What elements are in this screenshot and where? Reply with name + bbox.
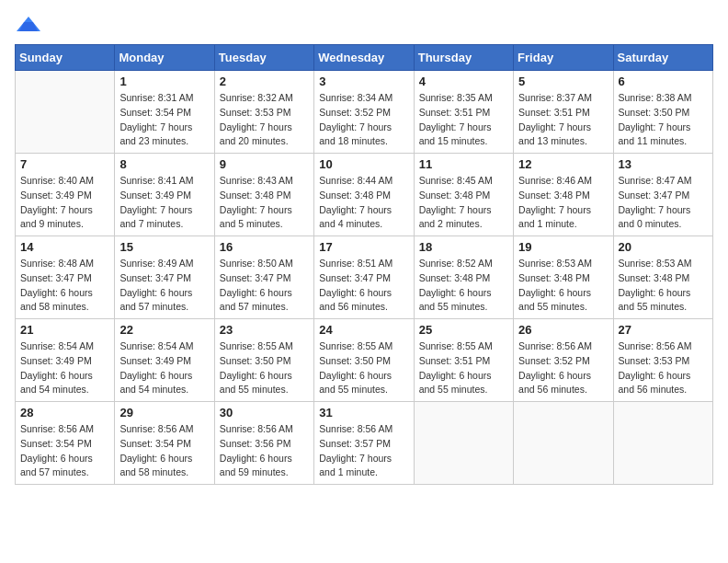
day-number: 28 [20,406,109,419]
day-number: 5 [518,75,608,88]
page-header [15,15,713,37]
calendar-cell: 13Sunrise: 8:47 AMSunset: 3:47 PMDayligh… [613,154,712,236]
calendar-week-row: 28Sunrise: 8:56 AMSunset: 3:54 PMDayligh… [16,402,713,485]
calendar-cell: 15Sunrise: 8:49 AMSunset: 3:47 PMDayligh… [115,236,214,319]
calendar-cell: 25Sunrise: 8:55 AMSunset: 3:51 PMDayligh… [414,319,513,402]
day-info: Sunrise: 8:37 AMSunset: 3:51 PMDaylight:… [518,91,608,149]
day-info: Sunrise: 8:55 AMSunset: 3:50 PMDaylight:… [220,339,309,397]
weekday-header-friday: Friday [514,45,613,71]
logo-icon [15,15,42,37]
calendar-cell: 2Sunrise: 8:32 AMSunset: 3:53 PMDaylight… [214,71,313,154]
day-number: 9 [220,157,309,171]
weekday-header-tuesday: Tuesday [214,45,313,71]
day-info: Sunrise: 8:41 AMSunset: 3:49 PMDaylight:… [119,174,209,232]
day-info: Sunrise: 8:56 AMSunset: 3:52 PMDaylight:… [518,339,608,397]
day-info: Sunrise: 8:55 AMSunset: 3:51 PMDaylight:… [419,339,508,397]
day-number: 20 [619,240,708,254]
day-number: 6 [619,75,708,88]
calendar-cell: 18Sunrise: 8:52 AMSunset: 3:48 PMDayligh… [414,236,513,319]
day-info: Sunrise: 8:56 AMSunset: 3:57 PMDaylight:… [319,422,408,480]
day-info: Sunrise: 8:34 AMSunset: 3:52 PMDaylight:… [319,91,408,149]
calendar-table: SundayMondayTuesdayWednesdayThursdayFrid… [15,44,713,485]
calendar-cell: 26Sunrise: 8:56 AMSunset: 3:52 PMDayligh… [514,319,613,402]
calendar-cell: 22Sunrise: 8:54 AMSunset: 3:49 PMDayligh… [115,319,214,402]
day-info: Sunrise: 8:47 AMSunset: 3:47 PMDaylight:… [619,174,708,232]
day-number: 30 [220,406,309,419]
day-info: Sunrise: 8:51 AMSunset: 3:47 PMDaylight:… [319,257,408,315]
day-info: Sunrise: 8:32 AMSunset: 3:53 PMDaylight:… [220,91,309,149]
calendar-week-row: 14Sunrise: 8:48 AMSunset: 3:47 PMDayligh… [16,236,713,319]
calendar-cell: 1Sunrise: 8:31 AMSunset: 3:54 PMDaylight… [115,71,214,154]
day-number: 4 [419,75,508,88]
day-number: 13 [619,157,708,171]
weekday-header-monday: Monday [115,45,214,71]
calendar-week-row: 21Sunrise: 8:54 AMSunset: 3:49 PMDayligh… [16,319,713,402]
day-info: Sunrise: 8:56 AMSunset: 3:56 PMDaylight:… [220,422,309,480]
calendar-cell: 27Sunrise: 8:56 AMSunset: 3:53 PMDayligh… [613,319,712,402]
day-number: 10 [319,157,408,171]
calendar-cell: 30Sunrise: 8:56 AMSunset: 3:56 PMDayligh… [214,402,313,485]
weekday-header-thursday: Thursday [414,45,513,71]
day-info: Sunrise: 8:46 AMSunset: 3:48 PMDaylight:… [518,174,608,232]
day-info: Sunrise: 8:44 AMSunset: 3:48 PMDaylight:… [319,174,408,232]
day-info: Sunrise: 8:53 AMSunset: 3:48 PMDaylight:… [619,257,708,315]
calendar-cell [16,71,115,154]
calendar-cell: 24Sunrise: 8:55 AMSunset: 3:50 PMDayligh… [314,319,414,402]
day-info: Sunrise: 8:49 AMSunset: 3:47 PMDaylight:… [119,257,209,315]
calendar-cell [414,402,513,485]
calendar-cell: 29Sunrise: 8:56 AMSunset: 3:54 PMDayligh… [115,402,214,485]
day-info: Sunrise: 8:55 AMSunset: 3:50 PMDaylight:… [319,339,408,397]
logo [15,15,46,37]
day-number: 7 [20,157,109,171]
weekday-header-wednesday: Wednesday [314,45,414,71]
calendar-cell: 16Sunrise: 8:50 AMSunset: 3:47 PMDayligh… [214,236,313,319]
calendar-cell: 31Sunrise: 8:56 AMSunset: 3:57 PMDayligh… [314,402,414,485]
calendar-cell [613,402,712,485]
day-info: Sunrise: 8:54 AMSunset: 3:49 PMDaylight:… [119,339,209,397]
calendar-cell: 19Sunrise: 8:53 AMSunset: 3:48 PMDayligh… [514,236,613,319]
day-number: 27 [619,323,708,337]
calendar-cell: 11Sunrise: 8:45 AMSunset: 3:48 PMDayligh… [414,154,513,236]
day-info: Sunrise: 8:35 AMSunset: 3:51 PMDaylight:… [419,91,508,149]
day-number: 1 [119,75,209,88]
calendar-cell: 3Sunrise: 8:34 AMSunset: 3:52 PMDaylight… [314,71,414,154]
weekday-header-sunday: Sunday [16,45,115,71]
calendar-cell: 28Sunrise: 8:56 AMSunset: 3:54 PMDayligh… [16,402,115,485]
svg-marker-1 [19,22,38,31]
calendar-cell: 4Sunrise: 8:35 AMSunset: 3:51 PMDaylight… [414,71,513,154]
calendar-week-row: 7Sunrise: 8:40 AMSunset: 3:49 PMDaylight… [16,154,713,236]
day-number: 21 [20,323,109,337]
day-number: 23 [220,323,309,337]
day-number: 14 [20,240,109,254]
calendar-cell: 10Sunrise: 8:44 AMSunset: 3:48 PMDayligh… [314,154,414,236]
day-info: Sunrise: 8:48 AMSunset: 3:47 PMDaylight:… [20,257,109,315]
day-info: Sunrise: 8:54 AMSunset: 3:49 PMDaylight:… [20,339,109,397]
calendar-cell: 23Sunrise: 8:55 AMSunset: 3:50 PMDayligh… [214,319,313,402]
weekday-header-saturday: Saturday [613,45,712,71]
weekday-header-row: SundayMondayTuesdayWednesdayThursdayFrid… [16,45,713,71]
day-number: 16 [220,240,309,254]
day-number: 8 [119,157,209,171]
day-info: Sunrise: 8:40 AMSunset: 3:49 PMDaylight:… [20,174,109,232]
calendar-cell: 14Sunrise: 8:48 AMSunset: 3:47 PMDayligh… [16,236,115,319]
day-number: 11 [419,157,508,171]
calendar-week-row: 1Sunrise: 8:31 AMSunset: 3:54 PMDaylight… [16,71,713,154]
day-info: Sunrise: 8:53 AMSunset: 3:48 PMDaylight:… [518,257,608,315]
day-number: 15 [119,240,209,254]
calendar-cell: 21Sunrise: 8:54 AMSunset: 3:49 PMDayligh… [16,319,115,402]
day-number: 3 [319,75,408,88]
day-info: Sunrise: 8:56 AMSunset: 3:54 PMDaylight:… [119,422,209,480]
day-number: 22 [119,323,209,337]
day-info: Sunrise: 8:38 AMSunset: 3:50 PMDaylight:… [619,91,708,149]
day-number: 18 [419,240,508,254]
day-number: 31 [319,406,408,419]
day-number: 29 [119,406,209,419]
day-number: 26 [518,323,608,337]
day-info: Sunrise: 8:52 AMSunset: 3:48 PMDaylight:… [419,257,508,315]
day-info: Sunrise: 8:43 AMSunset: 3:48 PMDaylight:… [220,174,309,232]
day-info: Sunrise: 8:56 AMSunset: 3:54 PMDaylight:… [20,422,109,480]
day-number: 19 [518,240,608,254]
day-info: Sunrise: 8:31 AMSunset: 3:54 PMDaylight:… [119,91,209,149]
day-info: Sunrise: 8:45 AMSunset: 3:48 PMDaylight:… [419,174,508,232]
day-number: 24 [319,323,408,337]
